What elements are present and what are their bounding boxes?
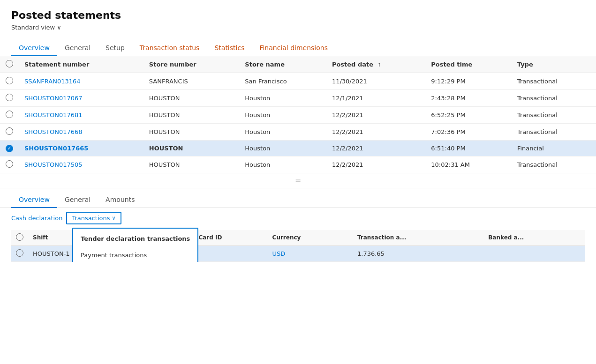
row-type: Transactional bbox=[512, 156, 596, 173]
lower-row-card-id bbox=[194, 245, 267, 261]
header-checkbox[interactable] bbox=[6, 60, 13, 67]
row-posted-date: 11/30/2021 bbox=[326, 73, 425, 90]
row-store-number: HOUSTON bbox=[143, 124, 239, 141]
view-label: Standard view bbox=[11, 24, 55, 31]
row-type: Transactional bbox=[512, 107, 596, 124]
table-row[interactable]: SHOUSTON017505 HOUSTON Houston 12/2/2021… bbox=[0, 156, 596, 173]
lower-header-banked-amount: Banked a... bbox=[483, 230, 585, 246]
row-store-name: Houston bbox=[239, 124, 326, 141]
row-checkbox-cell[interactable] bbox=[0, 90, 19, 107]
statement-number-link[interactable]: SHOUSTON017665 bbox=[24, 145, 88, 152]
row-posted-time: 6:51:40 PM bbox=[425, 141, 512, 156]
row-statement-number[interactable]: SSANFRAN013164 bbox=[19, 73, 143, 90]
header-posted-date[interactable]: Posted date ↑ bbox=[326, 56, 425, 73]
lower-tabs-bar: Overview General Amounts bbox=[0, 192, 596, 208]
row-checkbox[interactable]: ✓ bbox=[6, 145, 13, 152]
lower-row-checkbox-cell[interactable] bbox=[11, 245, 28, 261]
tab-setup[interactable]: Setup bbox=[98, 40, 132, 56]
header-posted-time: Posted time bbox=[425, 56, 512, 73]
statements-table: Statement number Store number Store name… bbox=[0, 56, 596, 173]
row-checkbox[interactable] bbox=[6, 127, 13, 135]
transactions-dropdown-menu: Tender declaration transactions Payment … bbox=[72, 228, 198, 262]
view-selector[interactable]: Standard view ∨ bbox=[11, 24, 585, 31]
row-store-name: Houston bbox=[239, 156, 326, 173]
table-row[interactable]: SHOUSTON017067 HOUSTON Houston 12/1/2021… bbox=[0, 90, 596, 107]
cash-declaration-link[interactable]: Cash declaration bbox=[11, 215, 62, 222]
resize-divider: ═ bbox=[0, 173, 596, 188]
row-checkbox-cell[interactable] bbox=[0, 156, 19, 173]
lower-tab-general[interactable]: General bbox=[57, 192, 98, 208]
header-checkbox-cell[interactable] bbox=[0, 56, 19, 73]
row-checkbox-cell[interactable] bbox=[0, 124, 19, 141]
row-posted-date: 12/1/2021 bbox=[326, 90, 425, 107]
row-posted-time: 10:02:31 AM bbox=[425, 156, 512, 173]
row-store-name: San Francisco bbox=[239, 73, 326, 90]
view-chevron-icon: ∨ bbox=[57, 24, 61, 31]
row-checkbox-cell[interactable] bbox=[0, 73, 19, 90]
lower-row-currency: USD bbox=[268, 245, 353, 261]
row-store-number: HOUSTON bbox=[143, 90, 239, 107]
table-row[interactable]: ✓ SHOUSTON017665 HOUSTON Houston 12/2/20… bbox=[0, 141, 596, 156]
table-row[interactable]: SSANFRAN013164 SANFRANCIS San Francisco … bbox=[0, 73, 596, 90]
transactions-dropdown-button[interactable]: Transactions ∨ bbox=[66, 212, 121, 224]
row-type: Transactional bbox=[512, 90, 596, 107]
statement-number-link[interactable]: SHOUSTON017668 bbox=[24, 128, 83, 135]
header-statement-number: Statement number bbox=[19, 56, 143, 73]
row-store-number: HOUSTON bbox=[143, 141, 239, 156]
table-row[interactable]: SHOUSTON017681 HOUSTON Houston 12/2/2021… bbox=[0, 107, 596, 124]
row-checkbox[interactable] bbox=[6, 160, 13, 168]
header-store-number: Store number bbox=[143, 56, 239, 73]
main-grid: Statement number Store number Store name… bbox=[0, 56, 596, 188]
tab-transaction-status[interactable]: Transaction status bbox=[132, 40, 207, 56]
tab-financial-dimensions[interactable]: Financial dimensions bbox=[252, 40, 335, 56]
table-row[interactable]: SHOUSTON017668 HOUSTON Houston 12/2/2021… bbox=[0, 124, 596, 141]
dropdown-item-payment[interactable]: Payment transactions bbox=[73, 247, 197, 262]
header-type: Type bbox=[512, 56, 596, 73]
row-store-number: SANFRANCIS bbox=[143, 73, 239, 90]
tab-overview[interactable]: Overview bbox=[11, 40, 57, 56]
currency-link[interactable]: USD bbox=[272, 250, 286, 257]
sort-icon: ↑ bbox=[377, 62, 381, 67]
top-tabs-bar: Overview General Setup Transaction statu… bbox=[0, 40, 596, 56]
row-statement-number[interactable]: SHOUSTON017665 bbox=[19, 141, 143, 156]
lower-row-transaction-amount: 1,736.65 bbox=[353, 245, 483, 261]
table-header-row: Statement number Store number Store name… bbox=[0, 56, 596, 73]
row-checkbox[interactable] bbox=[6, 111, 13, 118]
row-posted-time: 6:52:25 PM bbox=[425, 107, 512, 124]
statement-number-link[interactable]: SHOUSTON017681 bbox=[24, 111, 83, 119]
row-store-name: Houston bbox=[239, 107, 326, 124]
row-statement-number[interactable]: SHOUSTON017681 bbox=[19, 107, 143, 124]
lower-header-checkbox-cell bbox=[11, 230, 28, 246]
row-statement-number[interactable]: SHOUSTON017668 bbox=[19, 124, 143, 141]
row-store-name: Houston bbox=[239, 90, 326, 107]
statement-number-link[interactable]: SHOUSTON017067 bbox=[24, 95, 83, 102]
row-posted-date: 12/2/2021 bbox=[326, 141, 425, 156]
dropdown-item-tender-declaration[interactable]: Tender declaration transactions bbox=[73, 230, 197, 247]
row-store-name: Houston bbox=[239, 141, 326, 156]
statement-number-link[interactable]: SHOUSTON017505 bbox=[24, 161, 83, 168]
row-checkbox-cell[interactable]: ✓ bbox=[0, 141, 19, 156]
lower-row-checkbox[interactable] bbox=[16, 249, 23, 257]
row-type: Transactional bbox=[512, 73, 596, 90]
header-store-name: Store name bbox=[239, 56, 326, 73]
row-statement-number[interactable]: SHOUSTON017505 bbox=[19, 156, 143, 173]
row-store-number: HOUSTON bbox=[143, 107, 239, 124]
resize-handle-icon: ═ bbox=[296, 176, 301, 185]
row-checkbox[interactable] bbox=[6, 77, 13, 84]
transactions-label: Transactions bbox=[72, 215, 110, 222]
lower-tab-amounts[interactable]: Amounts bbox=[98, 192, 142, 208]
tab-statistics[interactable]: Statistics bbox=[207, 40, 252, 56]
row-statement-number[interactable]: SHOUSTON017067 bbox=[19, 90, 143, 107]
row-posted-time: 7:02:36 PM bbox=[425, 124, 512, 141]
row-checkbox[interactable] bbox=[6, 94, 13, 101]
tab-general[interactable]: General bbox=[57, 40, 98, 56]
lower-header-checkbox[interactable] bbox=[16, 233, 23, 241]
row-posted-time: 9:12:29 PM bbox=[425, 73, 512, 90]
row-type: Financial bbox=[512, 141, 596, 156]
transactions-chevron-icon: ∨ bbox=[112, 215, 116, 221]
row-posted-date: 12/2/2021 bbox=[326, 156, 425, 173]
row-checkbox-cell[interactable] bbox=[0, 107, 19, 124]
lower-row-banked-amount bbox=[483, 245, 585, 261]
lower-tab-overview[interactable]: Overview bbox=[11, 192, 57, 208]
statement-number-link[interactable]: SSANFRAN013164 bbox=[24, 78, 81, 85]
